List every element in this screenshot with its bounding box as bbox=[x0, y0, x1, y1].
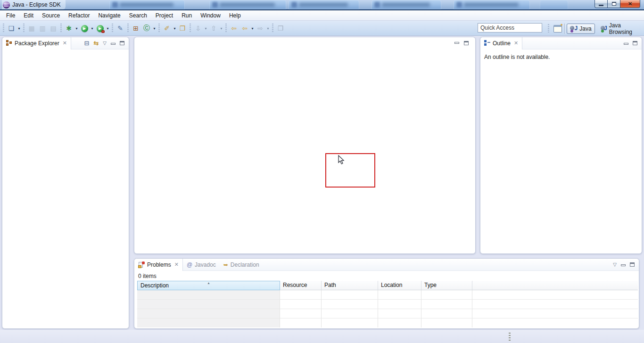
column-header-resource[interactable]: Resource bbox=[280, 281, 322, 290]
outline-header: Outline ✕ bbox=[480, 37, 642, 49]
toolbar-group: ⇩▾⇧▾ bbox=[193, 23, 223, 33]
run-external-tools-badge-icon bbox=[101, 30, 105, 33]
minimize-editor-icon[interactable] bbox=[454, 42, 459, 44]
close-tab-icon[interactable]: ✕ bbox=[174, 261, 179, 268]
menu-bar: FileEditSourceRefactorNavigateSearchProj… bbox=[0, 10, 644, 21]
save-icon: ▦ bbox=[28, 24, 34, 32]
column-header-path[interactable]: Path bbox=[322, 281, 378, 290]
close-tab-icon[interactable]: ✕ bbox=[514, 40, 518, 46]
perspective-button-java[interactable]: JJava bbox=[567, 24, 594, 34]
menu-item-run[interactable]: Run bbox=[177, 10, 196, 21]
column-header-label: Type bbox=[424, 282, 437, 288]
maximize-window-button[interactable] bbox=[608, 0, 620, 8]
new-wizard-dropdown-arrow[interactable]: ▾ bbox=[17, 26, 21, 31]
main-toolbar: ❏▾▦▥▤✱▾▶▾▶▾✎⊞Ⓒ▾✐▾❐⇩▾⇧▾⇦⇦▾⇨▾❐ JJavaJJava … bbox=[0, 21, 644, 36]
tab-javadoc[interactable]: @Javadoc bbox=[183, 259, 220, 271]
last-edit-location-button[interactable]: ⇦ bbox=[229, 23, 239, 33]
link-with-editor-icon[interactable]: ⇆ bbox=[93, 40, 99, 47]
background-browser-tab bbox=[372, 0, 441, 9]
editor-area[interactable] bbox=[134, 37, 476, 254]
open-perspective-button[interactable] bbox=[553, 24, 563, 34]
maximize-view-icon[interactable] bbox=[120, 41, 124, 45]
back-button[interactable]: ⇦ bbox=[239, 23, 250, 33]
tab-outline[interactable]: Outline ✕ bbox=[480, 37, 522, 49]
back-dropdown-arrow[interactable]: ▾ bbox=[250, 26, 255, 31]
menu-item-project[interactable]: Project bbox=[151, 10, 177, 21]
menu-item-refactor[interactable]: Refactor bbox=[64, 10, 94, 21]
close-tab-icon[interactable]: ✕ bbox=[63, 40, 67, 46]
table-cell bbox=[472, 290, 638, 300]
perspective-button-java-browsing[interactable]: JJava Browsing bbox=[598, 21, 644, 36]
new-java-project-button[interactable]: ⊞ bbox=[131, 23, 141, 33]
toolbar-group: ✱▾▶▾▶▾ bbox=[64, 23, 110, 33]
menu-item-search[interactable]: Search bbox=[125, 10, 151, 21]
table-cell bbox=[421, 318, 472, 327]
background-browser-tab bbox=[209, 0, 286, 9]
collapse-all-icon[interactable]: ⊟ bbox=[84, 40, 89, 47]
table-row[interactable] bbox=[137, 300, 638, 309]
previous-annotation-dropdown-arrow[interactable]: ▾ bbox=[219, 26, 223, 31]
table-cell bbox=[378, 318, 421, 327]
menu-item-file[interactable]: File bbox=[2, 10, 19, 21]
package-explorer-title: Package Explorer bbox=[15, 40, 59, 47]
table-cell bbox=[322, 318, 378, 327]
menu-item-navigate[interactable]: Navigate bbox=[94, 10, 124, 21]
menu-item-window[interactable]: Window bbox=[196, 10, 225, 21]
back-icon: ⇦ bbox=[242, 24, 248, 32]
open-type-button[interactable]: ❐ bbox=[177, 23, 188, 33]
new-wizard-icon: ❏ bbox=[8, 24, 15, 32]
tab-declaration[interactable]: ➥Declaration bbox=[220, 259, 263, 271]
column-header-label: Description bbox=[140, 282, 169, 289]
eclipse-logo-icon bbox=[3, 1, 10, 8]
toolbar-group: ✎ bbox=[115, 23, 125, 33]
debug-dropdown-arrow[interactable]: ▾ bbox=[74, 26, 79, 31]
toggle-mark-occurrences-button[interactable]: ✎ bbox=[115, 23, 125, 33]
toolbar-drag-handle bbox=[225, 24, 227, 33]
minimize-view-icon[interactable] bbox=[111, 43, 116, 45]
save-all-button: ▥ bbox=[37, 23, 48, 33]
minimize-view-icon[interactable] bbox=[624, 43, 628, 45]
forward-dropdown-arrow[interactable]: ▾ bbox=[266, 26, 270, 31]
debug-button[interactable]: ✱ bbox=[64, 23, 74, 33]
new-wizard-button[interactable]: ❏ bbox=[6, 23, 17, 33]
background-browser-tab bbox=[289, 0, 359, 9]
open-search-dialog-button[interactable]: ✐ bbox=[162, 23, 172, 33]
new-java-class-button[interactable]: Ⓒ bbox=[141, 23, 152, 33]
tab-problems[interactable]: Problems✕ bbox=[134, 259, 183, 271]
new-java-project-icon: ⊞ bbox=[133, 24, 139, 32]
new-java-class-dropdown-arrow[interactable]: ▾ bbox=[152, 26, 157, 31]
javadoc-icon: @ bbox=[187, 261, 192, 268]
minimize-window-button[interactable] bbox=[594, 0, 608, 8]
table-cell bbox=[472, 309, 638, 318]
column-header-description[interactable]: Description▴ bbox=[137, 281, 280, 290]
minimize-view-icon[interactable] bbox=[621, 264, 626, 266]
open-perspective-icon bbox=[553, 25, 562, 33]
open-search-dialog-dropdown-arrow[interactable]: ▾ bbox=[173, 26, 177, 31]
maximize-editor-icon[interactable] bbox=[464, 41, 469, 45]
run-external-tools-dropdown-arrow[interactable]: ▾ bbox=[106, 26, 110, 31]
table-row[interactable] bbox=[137, 290, 638, 300]
view-menu-icon[interactable]: ▽ bbox=[103, 41, 107, 46]
table-row[interactable] bbox=[137, 309, 638, 318]
view-menu-icon[interactable]: ▽ bbox=[613, 262, 617, 267]
problems-view: Problems✕@Javadoc➥Declaration ▽ 0 items … bbox=[134, 258, 639, 329]
menu-item-edit[interactable]: Edit bbox=[19, 10, 38, 21]
run-dropdown-arrow[interactable]: ▾ bbox=[90, 26, 94, 31]
close-window-button[interactable]: ✕ bbox=[620, 0, 640, 8]
run-button[interactable]: ▶ bbox=[79, 23, 90, 33]
run-external-tools-button[interactable]: ▶ bbox=[95, 23, 105, 33]
column-header-type[interactable]: Type bbox=[421, 281, 472, 290]
column-header-location[interactable]: Location bbox=[378, 281, 421, 290]
quick-access-input[interactable] bbox=[478, 23, 542, 33]
debug-icon: ✱ bbox=[66, 24, 72, 32]
table-row[interactable] bbox=[137, 318, 638, 327]
toolbar-group: ✐▾❐ bbox=[162, 23, 188, 33]
maximize-view-icon[interactable] bbox=[633, 41, 637, 45]
status-bar-grip[interactable] bbox=[509, 333, 511, 341]
menu-item-source[interactable]: Source bbox=[38, 10, 64, 21]
menu-item-help[interactable]: Help bbox=[225, 10, 245, 21]
next-annotation-dropdown-arrow[interactable]: ▾ bbox=[204, 26, 208, 31]
maximize-view-icon[interactable] bbox=[630, 262, 635, 267]
tab-package-explorer[interactable]: Package Explorer ✕ bbox=[2, 37, 71, 49]
pin-editor-button: ❐ bbox=[275, 23, 286, 33]
